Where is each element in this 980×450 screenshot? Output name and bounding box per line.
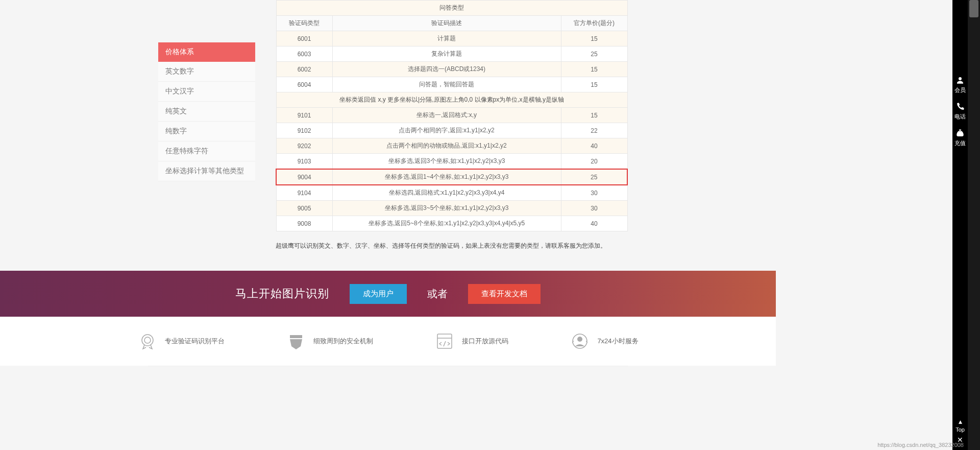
sidebar-item-price[interactable]: 价格体系 [158, 42, 255, 62]
cta-band: 马上开始图片识别 成为用户 或者 查看开发文档 [0, 271, 776, 317]
scrollbar-thumb[interactable] [969, 0, 978, 17]
price-table: 问答类型 验证码类型 验证码描述 官方单价(题分) 6001计算题15 6003… [276, 0, 628, 231]
support-icon [570, 331, 590, 351]
feature-item: 7x24小时服务 [570, 331, 638, 351]
table-row: 6001计算题15 [276, 31, 627, 46]
sidebar-item-label: 纯英文 [165, 107, 187, 115]
category-sidebar: 价格体系 英文数字 中文汉字 纯英文 纯数字 任意特殊字符 坐标选择计算等其他类… [158, 42, 255, 255]
feature-label: 专业验证码识别平台 [165, 337, 225, 346]
sidebar-item-label: 中文汉字 [165, 87, 194, 95]
table-row: 6003复杂计算题25 [276, 46, 627, 62]
features-row: 专业验证码识别平台 细致周到的安全机制 接口开放源代码 7x24小时服务 [0, 317, 776, 366]
feature-label: 7x24小时服务 [597, 337, 638, 346]
table-row: 6004问答题，智能回答题15 [276, 77, 627, 92]
table-row: 6002选择题四选一(ABCD或1234)15 [276, 62, 627, 77]
svg-rect-2 [437, 334, 452, 348]
table-row: 9104坐标选四,返回格式:x1,y1|x2,y2|x3,y3|x4,y430 [276, 185, 627, 201]
svg-point-0 [142, 335, 153, 346]
sidebar-item-label: 价格体系 [165, 48, 194, 56]
feature-item: 细致周到的安全机制 [286, 331, 373, 351]
sidebar-item-label: 任意特殊字符 [165, 147, 208, 155]
code-icon [434, 331, 455, 351]
table-section-header: 坐标类返回值 x,y 更多坐标以|分隔,原图左上角0,0 以像素px为单位,x是… [276, 92, 627, 108]
moneybag-icon [955, 129, 965, 138]
table-row: 9101坐标选一,返回格式:x,y15 [276, 108, 627, 123]
table-section-header: 问答类型 [276, 1, 627, 16]
sidebar-item-special[interactable]: 任意特殊字符 [158, 141, 255, 161]
sidebar-item-digit[interactable]: 纯数字 [158, 122, 255, 141]
cta-or: 或者 [427, 287, 448, 301]
rail-label: 会员 [954, 87, 966, 93]
footer-divider [148, 366, 628, 366]
sidebar-item-en-digit[interactable]: 英文数字 [158, 62, 255, 82]
table-header-row: 验证码类型 验证码描述 官方单价(题分) [276, 16, 627, 31]
rail-recharge[interactable]: 充值 [952, 125, 968, 151]
feature-item: 专业验证码识别平台 [137, 331, 225, 351]
feature-label: 细致周到的安全机制 [313, 337, 373, 346]
rail-member[interactable]: 会员 [952, 72, 968, 98]
sidebar-item-label: 纯数字 [165, 127, 187, 135]
sidebar-item-en[interactable]: 纯英文 [158, 102, 255, 122]
table-row: 9005坐标多选,返回3~5个坐标,如:x1,y1|x2,y2|x3,y330 [276, 201, 627, 216]
rail-label: 充值 [954, 140, 966, 146]
table-note: 超级鹰可以识别英文、数字、汉字、坐标、选择等任何类型的验证码，如果上表没有您需要… [276, 231, 628, 255]
feature-item: 接口开放源代码 [434, 331, 508, 351]
table-row-highlighted: 9004坐标多选,返回1~4个坐标,如:x1,y1|x2,y2|x3,y325 [276, 169, 627, 185]
col-price: 官方单价(题分) [561, 16, 627, 31]
user-icon [955, 76, 965, 85]
become-user-button[interactable]: 成为用户 [350, 284, 407, 304]
sidebar-item-coord[interactable]: 坐标选择计算等其他类型 [158, 161, 255, 181]
phone-icon [955, 102, 965, 111]
table-row: 9102点击两个相同的字,返回:x1,y1|x2,y222 [276, 123, 627, 138]
view-docs-button[interactable]: 查看开发文档 [468, 284, 541, 304]
feature-label: 接口开放源代码 [462, 337, 508, 346]
price-table-wrap: 问答类型 验证码类型 验证码描述 官方单价(题分) 6001计算题15 6003… [276, 0, 628, 255]
col-desc: 验证码描述 [332, 16, 561, 31]
sidebar-item-label: 坐标选择计算等其他类型 [165, 167, 244, 175]
sidebar-item-label: 英文数字 [165, 67, 194, 75]
col-code: 验证码类型 [276, 16, 332, 31]
svg-point-1 [144, 337, 151, 343]
table-row: 9008坐标多选,返回5~8个坐标,如:x1,y1|x2,y2|x3,y3|x4… [276, 216, 627, 231]
table-row: 9103坐标多选,返回3个坐标,如:x1,y1|x2,y2|x3,y320 [276, 154, 627, 170]
rail-phone[interactable]: 电话 [952, 98, 968, 125]
cta-title: 马上开始图片识别 [235, 286, 329, 301]
shield-icon [286, 331, 306, 351]
scrollbar-track[interactable] [968, 0, 980, 366]
table-row: 9202点击两个相同的动物或物品,返回:x1,y1|x2,y240 [276, 138, 627, 154]
svg-point-4 [577, 337, 582, 342]
badge-icon [137, 331, 158, 351]
sidebar-item-cn[interactable]: 中文汉字 [158, 82, 255, 102]
rail-label: 电话 [954, 113, 966, 120]
side-rail: 会员 电话 充值 ▴ Top ✕ [952, 0, 968, 366]
